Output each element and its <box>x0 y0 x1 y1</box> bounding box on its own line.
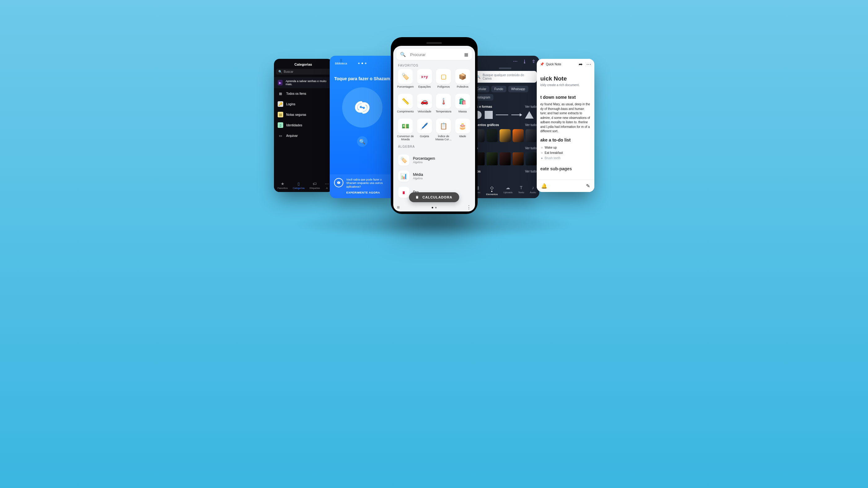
foto-thumb[interactable] <box>487 152 498 165</box>
list-item[interactable]: 📊 Média Álgebra <box>393 168 475 184</box>
card-label: Comprimento <box>397 110 414 116</box>
categorias-tabbar: ★ Favoritos ▯ Categorias 🏷 Etiquetas ⋯ A <box>274 179 333 192</box>
fav-card[interactable]: 🖊️ Gorjeta <box>416 119 433 141</box>
chip-fundo[interactable]: Fundo <box>491 86 506 92</box>
panel-categorias: Categorias 🔍 Buscar ▶ Aprenda a salvar s… <box>274 59 333 192</box>
compose-icon[interactable]: ✎ <box>586 183 590 189</box>
tab-categorias[interactable]: ▯ Categorias <box>292 182 305 190</box>
note-heading-todo[interactable]: ake a to-do list <box>540 137 591 142</box>
shape-square[interactable] <box>485 111 493 119</box>
card-icon: 🛍️ <box>455 94 470 109</box>
breadcrumb[interactable]: Quick Note <box>546 63 561 66</box>
note-paragraph[interactable]: ey found Mary, as usual, deep in the dy … <box>540 102 591 134</box>
grafico-thumb[interactable] <box>513 129 524 142</box>
item-label: Identidades <box>286 124 303 127</box>
tab-more[interactable]: ⋯ A <box>325 182 329 190</box>
fav-card[interactable]: 🚗 Velocidade <box>416 94 433 116</box>
notifications-icon[interactable]: 🔔 <box>541 183 547 189</box>
shazam-tip[interactable]: Você sabia que pode fazer o Shazam enqua… <box>330 174 395 198</box>
shape-triangle[interactable] <box>525 111 534 119</box>
sheet-handle[interactable] <box>499 67 511 69</box>
shazam-search[interactable]: 🔍 <box>357 136 368 147</box>
fav-card[interactable]: ▢ Polígonos <box>435 69 453 91</box>
more-icon[interactable]: ⋯ <box>513 59 518 64</box>
shazam-logo-icon <box>352 97 372 118</box>
todo-item[interactable]: Wake up <box>541 145 591 150</box>
tab-label: Favoritos <box>278 187 288 190</box>
shape-line[interactable] <box>496 115 508 115</box>
key-icon: 🔑 <box>278 101 283 107</box>
favoritos-grid: 🏷️ Porcentagemx+y Equações▢ Polígonos📦 P… <box>393 69 475 141</box>
panel-canva: ⋯ ⭳ ⇧ 🔍 Busque qualquer conteúdo do Canv… <box>471 56 539 198</box>
grafico-thumb[interactable] <box>487 129 498 142</box>
card-icon: 📦 <box>455 69 470 84</box>
bt-uploads[interactable]: ☁Uploads <box>503 185 513 196</box>
more-icon: ⋯ <box>325 182 329 186</box>
categorias-item-logins[interactable]: 🔑 Logins <box>274 99 333 109</box>
see-all-link[interactable]: Ver tudo <box>525 105 536 108</box>
todo-item[interactable]: Eat breakfast <box>541 150 591 156</box>
tab-favoritos[interactable]: ★ Favoritos <box>278 182 288 190</box>
fav-card[interactable]: 📏 Comprimento <box>397 94 414 116</box>
fav-card[interactable]: 🛍️ Massa <box>454 94 471 116</box>
list-icon: ∎ <box>398 187 409 198</box>
categorias-item-notas[interactable]: ▥ Notas seguras <box>274 109 333 120</box>
calc-searchbar[interactable]: 🔍 Procurar ▦ <box>396 49 472 60</box>
calculadora-pill[interactable]: 🖩 CALCULADORA <box>409 192 459 202</box>
download-icon[interactable]: ⭳ <box>523 59 527 64</box>
canva-chips: Celular Fundo Whatsapp Instagram <box>471 86 539 104</box>
card-icon: 🚗 <box>417 94 432 109</box>
tip-cta[interactable]: EXPERIMENTE AGORA <box>346 191 391 194</box>
grafico-thumb[interactable] <box>526 129 537 142</box>
canva-search[interactable]: 🔍 Busque qualquer conteúdo do Canva <box>473 71 537 83</box>
fav-card[interactable]: 📋 Índice de Massa Cor… <box>435 119 453 141</box>
note-icon: ▥ <box>278 112 283 117</box>
more-icon[interactable]: ⋯ <box>586 61 591 67</box>
star-icon: ★ <box>281 182 284 186</box>
see-all-link[interactable]: Ver tudo <box>525 123 536 127</box>
card-icon: 🌡️ <box>436 94 451 109</box>
phone-speaker <box>426 42 442 44</box>
card-icon: x+y <box>417 69 432 84</box>
categorias-item-todos[interactable]: ▦ Todos os Itens <box>274 88 333 99</box>
categorias-search[interactable]: 🔍 Buscar <box>276 69 331 75</box>
categorias-tip-row[interactable]: ▶ Aprenda a salvar senhas e muito mais. <box>274 77 333 88</box>
chip-whatsapp[interactable]: Whatsapp <box>508 86 528 92</box>
foto-thumb[interactable] <box>513 152 524 165</box>
pin-icon: 📌 <box>540 62 544 66</box>
share-icon[interactable]: ➦ <box>579 61 583 67</box>
fav-card[interactable]: 📦 Poliedros <box>454 69 471 91</box>
grafico-thumb[interactable] <box>500 129 511 142</box>
list-item[interactable]: 🏷️ Porcentagem Álgebra <box>393 152 475 168</box>
card-label: Gorjeta <box>420 135 429 141</box>
library-tab[interactable]: 👤 Biblioteca <box>330 56 349 65</box>
item-label: Arquivar <box>286 134 298 137</box>
see-all-link[interactable]: Ver tudo <box>525 170 536 173</box>
categorias-item-arquivar[interactable]: ▭ Arquivar <box>274 130 333 141</box>
categorias-item-identidades[interactable]: ▯ Identidades <box>274 120 333 130</box>
section-label-algebra: ÁLGEBRA <box>393 144 475 150</box>
bt-texto[interactable]: TTexto <box>518 185 524 196</box>
fav-card[interactable]: x+y Equações <box>416 69 433 91</box>
grid-icon: ▦ <box>278 91 283 96</box>
todo-item[interactable]: Brush teeth <box>541 156 591 161</box>
foto-thumb[interactable] <box>526 152 537 165</box>
see-all-link[interactable]: Ver tudo <box>525 147 536 150</box>
fav-card[interactable]: 💵 Conversor de Moeda <box>397 119 414 141</box>
bt-audio[interactable]: ♪Áudio <box>530 185 536 196</box>
fav-card[interactable]: 🏷️ Porcentagem <box>397 69 414 91</box>
fav-card[interactable]: 🎂 Idade <box>454 119 471 141</box>
bt-elementos[interactable]: ◇Elementos <box>486 185 498 196</box>
foto-thumb[interactable] <box>500 152 511 165</box>
person-icon: 👤 <box>339 59 343 62</box>
share-icon[interactable]: ⇧ <box>532 59 535 64</box>
shazam-button[interactable] <box>342 87 382 128</box>
shape-arrow[interactable] <box>511 115 522 115</box>
note-heading-text[interactable]: t down some text <box>540 95 591 100</box>
note-topbar: 📌 Quick Note ➦ ⋯ <box>537 59 594 70</box>
tab-etiquetas[interactable]: 🏷 Etiquetas <box>310 182 320 190</box>
fav-card[interactable]: 🌡️ Temperatura <box>435 94 453 116</box>
grid-toggle-icon[interactable]: ▦ <box>464 52 468 57</box>
card-icon: 💵 <box>398 119 413 133</box>
note-title[interactable]: uick Note <box>537 70 594 83</box>
